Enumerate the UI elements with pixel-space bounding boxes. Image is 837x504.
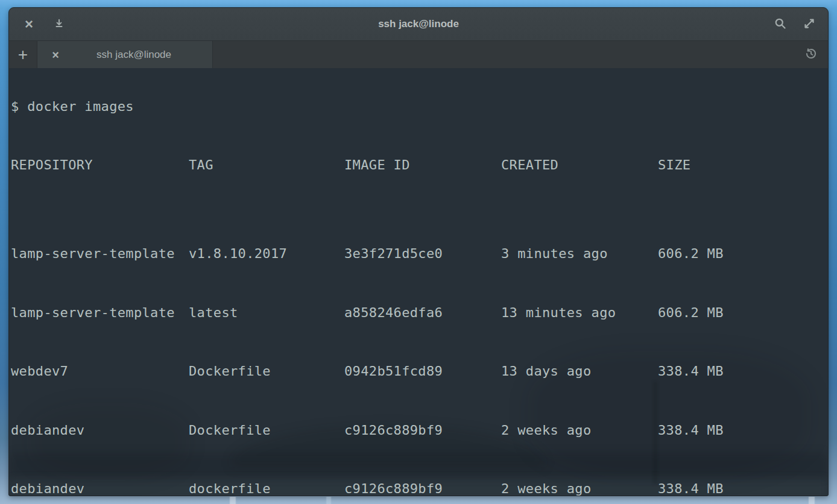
close-icon: ×	[25, 17, 33, 31]
tab-close-button[interactable]: ×	[47, 46, 64, 63]
fullscreen-button[interactable]	[799, 14, 820, 34]
tabbar: + × ssh jack@linode	[9, 40, 828, 68]
terminal-output: $docker images REPOSITORYTAGIMAGE IDCREA…	[9, 68, 828, 496]
command-line: $docker images	[11, 99, 828, 114]
cell-tag: Dockerfile	[189, 364, 344, 379]
download-icon	[54, 18, 65, 31]
cell-repository: webdev7	[11, 364, 189, 379]
cell-image-id: c9126c889bf9	[344, 423, 501, 438]
cell-image-id: a858246edfa6	[344, 306, 501, 320]
cell-tag: dockerfile	[189, 482, 344, 496]
cell-image-id: 0942b51fcd89	[344, 364, 501, 379]
cell-tag: Dockerfile	[189, 423, 344, 438]
command-text: docker images	[27, 99, 134, 114]
window-close-button[interactable]: ×	[19, 14, 39, 34]
table-rows: lamp-server-templatev1.8.10.20173e3f271d…	[11, 217, 828, 496]
resize-icon	[803, 17, 815, 31]
window-title: ssh jack@linode	[9, 18, 828, 30]
table-row: lamp-server-templatev1.8.10.20173e3f271d…	[11, 247, 828, 261]
terminal-screen[interactable]: $docker images REPOSITORYTAGIMAGE IDCREA…	[9, 68, 828, 496]
cell-size: 606.2 MB	[658, 247, 828, 261]
cell-repository: lamp-server-template	[11, 306, 189, 320]
cell-size: 338.4 MB	[658, 482, 828, 496]
search-button[interactable]	[770, 14, 791, 34]
table-row: debiandevdockerfilec9126c889bf92 weeks a…	[11, 482, 828, 496]
cell-repository: debiandev	[11, 482, 189, 496]
cell-image-id: c9126c889bf9	[344, 482, 501, 496]
tabbar-spacer	[213, 41, 799, 68]
tab-label: ssh jack@linode	[62, 49, 206, 61]
tab-ssh-jack-linode[interactable]: × ssh jack@linode	[37, 41, 213, 68]
header-repository: REPOSITORY	[11, 158, 189, 172]
cell-created: 13 days ago	[501, 364, 658, 379]
download-button[interactable]	[49, 14, 69, 34]
header-size: SIZE	[658, 158, 828, 172]
shell-prompt: $	[11, 99, 19, 114]
cell-size: 338.4 MB	[658, 364, 828, 379]
plus-icon: +	[18, 45, 28, 64]
cell-repository: debiandev	[11, 423, 189, 438]
titlebar: × ssh jack@linode	[9, 8, 828, 40]
cell-tag: latest	[189, 306, 344, 320]
cell-created: 2 weeks ago	[501, 482, 658, 496]
table-row: lamp-server-templatelatesta858246edfa613…	[11, 306, 828, 320]
cell-size: 338.4 MB	[658, 423, 828, 438]
history-button[interactable]	[799, 41, 823, 68]
cell-created: 13 minutes ago	[501, 306, 658, 320]
table-header-row: REPOSITORYTAGIMAGE IDCREATEDSIZE	[11, 158, 828, 172]
table-row: webdev7Dockerfile0942b51fcd8913 days ago…	[11, 364, 828, 379]
terminal-window: × ssh jack@linode	[8, 7, 829, 496]
cell-size: 606.2 MB	[658, 306, 828, 320]
cell-created: 2 weeks ago	[501, 423, 658, 438]
cell-created: 3 minutes ago	[501, 247, 658, 261]
desktop-background: × ssh jack@linode	[0, 0, 837, 504]
header-tag: TAG	[189, 158, 344, 172]
history-icon	[804, 47, 818, 62]
table-row: debiandevDockerfilec9126c889bf92 weeks a…	[11, 423, 828, 438]
cell-repository: lamp-server-template	[11, 247, 189, 261]
new-tab-button[interactable]: +	[9, 41, 37, 68]
search-icon	[774, 17, 786, 31]
header-image-id: IMAGE ID	[344, 158, 501, 172]
close-icon: ×	[52, 48, 59, 61]
cell-image-id: 3e3f271d5ce0	[344, 247, 501, 261]
header-created: CREATED	[501, 158, 658, 172]
cell-tag: v1.8.10.2017	[189, 247, 344, 261]
